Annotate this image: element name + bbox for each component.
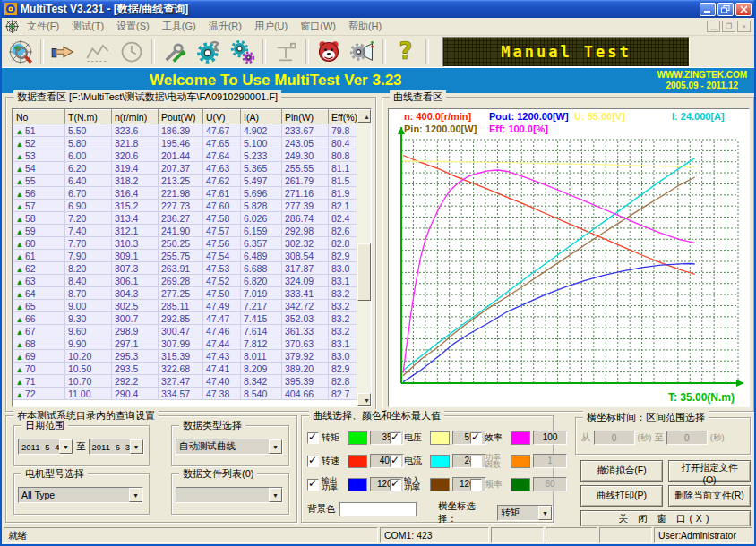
- table-row[interactable]: ▲638.40306.1269.2847.526.820324.0983.1: [13, 275, 359, 287]
- curve-color-swatch[interactable]: [348, 455, 367, 468]
- print-curve-button[interactable]: 曲线打印(P): [580, 485, 663, 507]
- menu-item[interactable]: 测试(T): [72, 21, 104, 31]
- table-row[interactable]: ▲617.90309.1255.7547.546.489308.5482.9: [13, 250, 359, 262]
- xaxis-select[interactable]: 转矩 ▼: [497, 505, 553, 521]
- curve-checkbox[interactable]: [470, 456, 482, 467]
- curve-color-swatch[interactable]: [430, 478, 450, 491]
- menu-item[interactable]: 窗口(W): [300, 21, 336, 31]
- scroll-down-button[interactable]: ▼: [357, 393, 371, 406]
- table-row[interactable]: ▲536.00320.6201.4447.645.233249.3080.8: [13, 149, 359, 162]
- curve-color-swatch[interactable]: [348, 478, 367, 491]
- chevron-down-icon[interactable]: ▼: [129, 488, 142, 502]
- curve-checkbox[interactable]: [470, 479, 482, 491]
- column-header[interactable]: U(V): [203, 110, 241, 124]
- table-row[interactable]: ▲648.70304.3277.2547.507.019333.4183.2: [13, 287, 359, 300]
- date-from-select[interactable]: 2011- 5- 4 ▼: [18, 439, 73, 455]
- data-type-select[interactable]: 自动测试曲线 ▼: [176, 439, 283, 455]
- scroll-up-button[interactable]: ▲: [357, 109, 371, 123]
- table-row[interactable]: ▲515.50323.6186.3947.674.902233.6779.8: [13, 124, 359, 137]
- column-header[interactable]: Pin(W): [282, 110, 329, 124]
- time-from-input[interactable]: 0: [594, 431, 635, 445]
- table-row[interactable]: ▲587.20313.4236.2747.586.026286.7482.4: [13, 212, 359, 225]
- chevron-down-icon[interactable]: ▼: [59, 439, 73, 454]
- scroll-thumb[interactable]: [357, 243, 371, 301]
- table-row[interactable]: ▲525.80321.8195.4647.655.100243.0580.4: [13, 137, 359, 149]
- table-row[interactable]: ▲7211.00290.4334.5747.388.540404.6682.7: [13, 388, 359, 400]
- curve-checkbox[interactable]: [390, 456, 401, 467]
- table-row[interactable]: ▲689.90297.1307.9947.447.812370.6383.1: [13, 337, 359, 350]
- table-row[interactable]: ▲669.30300.7292.8547.477.415352.0383.2: [13, 312, 359, 325]
- toolbar-balance-button[interactable]: [269, 38, 303, 66]
- curve-checkbox[interactable]: [307, 432, 319, 444]
- column-header[interactable]: T(N.m): [65, 110, 112, 124]
- table-cell: 302.5: [112, 300, 159, 312]
- column-header[interactable]: I(A): [241, 110, 282, 124]
- toolbar-mascot-button[interactable]: [312, 38, 346, 66]
- toolbar-curve-button[interactable]: [81, 38, 115, 66]
- toolbar-timer-button[interactable]: [115, 38, 149, 66]
- curve-color-swatch[interactable]: [348, 431, 367, 445]
- toolbar-tools-button[interactable]: [158, 38, 192, 66]
- table-row[interactable]: ▲628.20307.3263.9147.536.688317.8783.0: [13, 262, 359, 275]
- curve-checkbox[interactable]: [470, 432, 482, 444]
- mdi-restore-button[interactable]: ❐: [722, 21, 735, 32]
- motor-model-select[interactable]: All Type ▼: [18, 487, 143, 503]
- table-row[interactable]: ▲576.90315.2227.7347.605.828277.3982.1: [13, 200, 359, 212]
- curve-color-swatch[interactable]: [430, 431, 450, 445]
- table-row[interactable]: ▲597.40312.1241.9047.576.159292.9882.6: [13, 225, 359, 237]
- date-to-select[interactable]: 2011- 6- 3 ▼: [89, 439, 144, 455]
- table-row[interactable]: ▲659.00302.5285.1147.497.217342.7283.2: [13, 300, 359, 312]
- table-cell: 404.66: [282, 388, 329, 400]
- column-header[interactable]: Eff(%): [329, 110, 359, 124]
- time-to-input[interactable]: 0: [666, 431, 708, 445]
- column-header[interactable]: n(r/min): [112, 110, 159, 124]
- toolbar-horn-button[interactable]: [346, 38, 380, 66]
- curve-checkbox[interactable]: [390, 432, 401, 444]
- table-cell: 83.1: [329, 337, 359, 350]
- data-file-select[interactable]: ▼: [176, 487, 283, 503]
- mdi-minimize-button[interactable]: ▁: [707, 21, 720, 32]
- chevron-down-icon[interactable]: ▼: [130, 439, 143, 454]
- menu-item[interactable]: 工具(G): [162, 21, 196, 31]
- restore-button[interactable]: [717, 3, 734, 16]
- open-file-button[interactable]: 打开指定文件(O): [668, 460, 751, 482]
- curve-checkbox[interactable]: [307, 479, 319, 491]
- bg-color-swatch[interactable]: [339, 502, 417, 516]
- delete-file-button[interactable]: 删除当前文件(R): [668, 485, 751, 507]
- chevron-down-icon[interactable]: ▼: [269, 439, 282, 454]
- curve-color-swatch[interactable]: [511, 455, 530, 468]
- table-row[interactable]: ▲566.70316.4221.9847.615.696271.1681.9: [13, 187, 359, 200]
- table-row[interactable]: ▲679.60298.9300.4747.467.614361.3383.2: [13, 325, 359, 337]
- toolbar-help-button[interactable]: ?: [389, 38, 423, 66]
- close-window-button[interactable]: 关 闭 窗 口(X): [580, 510, 751, 527]
- menu-item[interactable]: 用户(U): [254, 21, 288, 31]
- curve-checkbox[interactable]: [307, 456, 319, 467]
- toolbar-query-button[interactable]: [4, 38, 38, 66]
- close-button[interactable]: [735, 3, 752, 16]
- table-row[interactable]: ▲556.40318.2213.2547.625.497261.7981.5: [13, 175, 359, 187]
- table-row[interactable]: ▲7010.50293.5322.6847.418.209389.2082.9: [13, 363, 359, 375]
- curve-color-swatch[interactable]: [511, 431, 530, 445]
- toolbar-manual-test-button[interactable]: [47, 38, 81, 66]
- mdi-close-button[interactable]: ×: [737, 21, 751, 32]
- curve-checkbox[interactable]: [390, 479, 401, 491]
- chevron-down-icon[interactable]: ▼: [269, 488, 282, 502]
- minimize-button[interactable]: [700, 3, 716, 16]
- toolbar-gears-button[interactable]: [226, 38, 260, 66]
- column-header[interactable]: Pout(W): [159, 110, 203, 124]
- curve-color-swatch[interactable]: [430, 455, 450, 468]
- menu-item[interactable]: 设置(S): [116, 21, 150, 31]
- undo-fit-button[interactable]: 撤消拟合(F): [580, 460, 663, 482]
- toolbar-settings-button[interactable]: [192, 38, 226, 66]
- chevron-down-icon[interactable]: ▼: [538, 506, 552, 520]
- table-scrollbar[interactable]: ▲ ▼: [357, 109, 371, 406]
- menu-item[interactable]: 帮助(H): [348, 21, 382, 31]
- table-row[interactable]: ▲7110.70292.2327.4747.408.342395.3982.8: [13, 375, 359, 388]
- table-row[interactable]: ▲546.20319.4207.3747.635.365255.5581.1: [13, 162, 359, 175]
- column-header[interactable]: No: [13, 110, 65, 124]
- menu-item[interactable]: 温升(R): [209, 21, 242, 31]
- menu-item[interactable]: 文件(F): [27, 21, 59, 31]
- table-row[interactable]: ▲607.70310.3250.2547.566.357302.3282.8: [13, 237, 359, 250]
- curve-color-swatch[interactable]: [511, 478, 530, 491]
- table-row[interactable]: ▲6910.20295.3315.3947.438.011379.9283.0: [13, 350, 359, 363]
